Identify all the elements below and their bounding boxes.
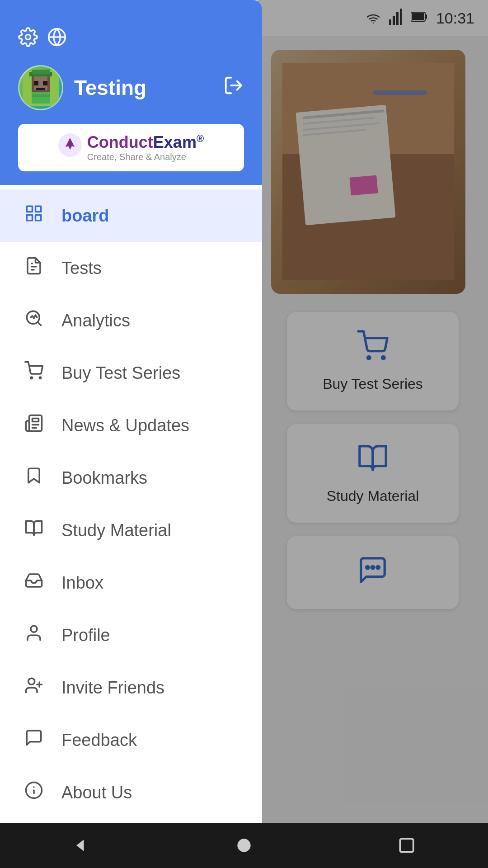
svg-rect-29 <box>36 88 45 90</box>
menu-item-board[interactable]: board <box>0 189 262 242</box>
svg-point-46 <box>39 377 41 379</box>
svg-line-44 <box>38 322 41 326</box>
profile-icon <box>23 623 45 647</box>
drawer-menu: board Tests <box>0 185 262 817</box>
menu-item-feedback[interactable]: Feedback <box>0 714 262 766</box>
home-button[interactable] <box>226 827 262 863</box>
svg-rect-37 <box>36 206 41 212</box>
header-icons-left <box>18 27 67 52</box>
logo-brand: ConductExam® <box>87 133 204 152</box>
menu-label-tests: Tests <box>61 259 102 278</box>
news-icon <box>23 414 45 437</box>
menu-label-inbox: Inbox <box>61 573 103 593</box>
svg-rect-39 <box>36 215 41 221</box>
menu-label-analytics: Analytics <box>61 311 130 330</box>
navigation-drawer: Testing <box>0 0 262 868</box>
drawer-header-top <box>18 27 244 52</box>
board-icon <box>23 204 45 227</box>
menu-label-buy-test-series: Buy Test Series <box>61 363 180 383</box>
svg-point-47 <box>31 626 37 632</box>
menu-item-buy-test-series[interactable]: Buy Test Series <box>0 347 262 399</box>
menu-label-news-updates: News & Updates <box>61 416 189 435</box>
menu-label-study-material: Study Material <box>61 521 171 540</box>
svg-point-48 <box>28 678 35 684</box>
invite-icon <box>23 676 45 699</box>
user-row: Testing <box>18 65 244 110</box>
svg-marker-55 <box>76 840 84 851</box>
menu-item-bookmarks[interactable]: Bookmarks <box>0 452 262 504</box>
menu-label-feedback: Feedback <box>61 731 137 750</box>
menu-label-invite-friends: Invite Friends <box>61 678 164 698</box>
logo-tagline: Create, Share & Analyze <box>87 152 204 162</box>
menu-label-board: board <box>61 206 109 226</box>
username: Testing <box>74 75 146 100</box>
svg-rect-31 <box>32 70 50 74</box>
logo-card: ConductExam® Create, Share & Analyze <box>18 124 244 171</box>
globe-icon[interactable] <box>47 27 67 52</box>
back-button[interactable] <box>63 827 99 863</box>
svg-rect-32 <box>32 92 50 104</box>
user-info: Testing <box>18 65 146 110</box>
settings-icon[interactable] <box>18 27 38 52</box>
menu-item-news-updates[interactable]: News & Updates <box>0 399 262 452</box>
analytics-icon <box>23 309 45 332</box>
menu-item-about-us[interactable]: About Us <box>0 766 262 817</box>
menu-item-tests[interactable]: Tests <box>0 242 262 294</box>
info-icon <box>23 781 45 804</box>
svg-point-45 <box>31 377 33 379</box>
svg-rect-57 <box>400 839 413 852</box>
menu-label-about-us: About Us <box>61 783 132 802</box>
study-menu-icon <box>23 519 45 542</box>
menu-item-profile[interactable]: Profile <box>0 609 262 661</box>
feedback-menu-icon <box>23 728 45 752</box>
drawer-header: Testing <box>0 0 262 185</box>
menu-item-analytics[interactable]: Analytics <box>0 294 262 347</box>
conductexam-logo-icon <box>58 133 82 157</box>
avatar-image <box>23 70 59 106</box>
svg-point-56 <box>237 839 250 852</box>
svg-rect-33 <box>32 94 50 97</box>
logo-text: ConductExam® Create, Share & Analyze <box>87 133 204 162</box>
avatar[interactable] <box>18 65 63 110</box>
overlay-dim <box>258 0 488 868</box>
menu-label-profile: Profile <box>61 626 110 645</box>
logout-button[interactable] <box>223 75 244 101</box>
svg-rect-36 <box>27 206 32 212</box>
logo-icon <box>58 133 82 162</box>
tests-icon <box>23 256 45 280</box>
svg-rect-28 <box>43 81 47 85</box>
bookmark-icon <box>23 466 45 490</box>
cart-menu-icon <box>23 361 45 385</box>
svg-point-21 <box>26 35 31 40</box>
recent-button[interactable] <box>389 827 425 863</box>
menu-item-inbox[interactable]: Inbox <box>0 557 262 609</box>
menu-item-invite-friends[interactable]: Invite Friends <box>0 661 262 714</box>
svg-rect-38 <box>27 215 32 221</box>
svg-rect-27 <box>34 81 38 85</box>
menu-label-bookmarks: Bookmarks <box>61 468 147 488</box>
inbox-icon <box>23 571 45 594</box>
navigation-bar <box>0 823 488 868</box>
menu-item-study-material[interactable]: Study Material <box>0 504 262 557</box>
